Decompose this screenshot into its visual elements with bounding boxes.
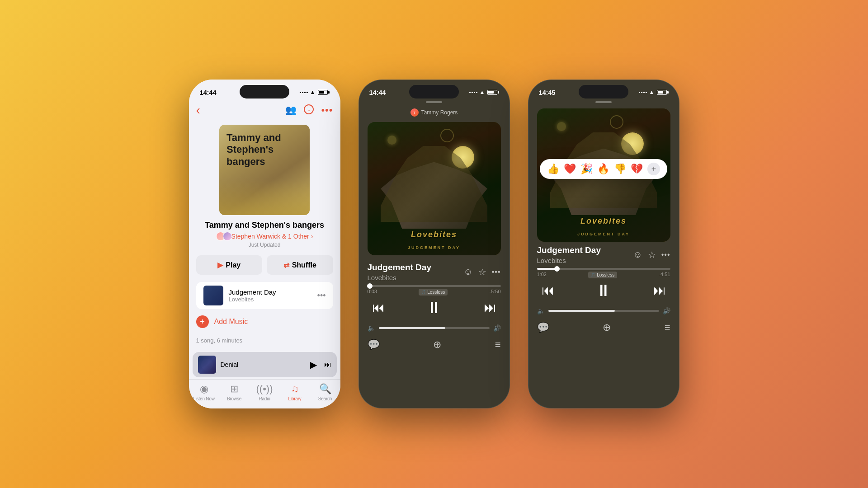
rewind-button-3[interactable]: ⏮ [542, 283, 554, 298]
dynamic-island-3 [579, 85, 628, 99]
now-playing-content-2: T Tammy Rogers Lovebites JUDGEMENT DAY [359, 101, 510, 408]
airplay-icon-2[interactable]: ⊕ [433, 339, 441, 351]
track-art-1 [203, 286, 223, 305]
mini-controls: ▶ ⏭ [310, 359, 331, 370]
volume-high-icon-3: 🔊 [663, 307, 670, 314]
smiley-icon-3[interactable]: ☺ [633, 249, 642, 260]
battery-3 [657, 90, 669, 95]
now-playing-title-2: Judgement Day [368, 263, 464, 273]
emoji-reaction-popup[interactable]: 👍 ❤️ 🎉 🔥 👎 💔 + [540, 159, 667, 179]
pause-button-3[interactable]: ⏸ [595, 281, 612, 300]
shuffle-icon: ⇄ [283, 261, 289, 269]
now-playing-title-3: Judgement Day [537, 245, 633, 256]
people-icon[interactable]: 👥 [285, 104, 297, 116]
playlist-name: Tammy and Stephen's bangers [189, 221, 340, 232]
more-icon-2[interactable]: ••• [492, 268, 501, 276]
airplay-icon-3[interactable]: ⊕ [603, 322, 611, 333]
progress-container-2: 0:03 🎵 Lossless -5:50 [368, 285, 501, 296]
playlist-author: Stephen Warwick & 1 Other › [189, 232, 340, 242]
lossless-icon-3: 🎵 [591, 273, 595, 277]
library-icon: ♫ [291, 383, 299, 395]
time-labels-3: 1:02 🎵 Lossless -4:51 [537, 272, 670, 278]
queue-icon-2[interactable]: ≡ [495, 339, 501, 351]
author-avatars [216, 232, 230, 241]
dynamic-island-2 [409, 85, 459, 99]
nav-browse[interactable]: ⊞ Browse [222, 383, 247, 401]
playback-controls-2: ⏮ ⏸ ⏭ [368, 298, 501, 317]
volume-bar-3[interactable] [548, 310, 659, 312]
play-button[interactable]: ▶ Play [196, 255, 263, 275]
shuffle-button[interactable]: ⇄ Shuffle [267, 255, 333, 275]
progress-bar-3[interactable] [537, 268, 670, 270]
judgement-text: JUDGEMENT DAY [408, 245, 460, 250]
song-count: 1 song, 6 minutes [189, 333, 340, 347]
now-playing-artist-3: Lovebites [537, 257, 633, 264]
lossless-icon-2: 🎵 [421, 290, 426, 294]
track-info-1: Judgement Day Lovebites [229, 288, 312, 303]
progress-bar-2[interactable] [368, 285, 501, 287]
forward-button-2[interactable]: ⏭ [484, 300, 496, 315]
shared-by: T Tammy Rogers [368, 108, 501, 117]
lyrics-icon-3[interactable]: 💬 [537, 322, 549, 333]
nav-search[interactable]: 🔍 Search [312, 383, 338, 401]
add-music-row[interactable]: + Add Music [189, 310, 340, 333]
track-row-1[interactable]: Judgement Day Lovebites ••• [196, 282, 333, 309]
wifi-icon-1: ▲ [310, 89, 316, 95]
time-current-3: 1:02 [537, 272, 547, 278]
star-icon-3[interactable]: ☆ [648, 249, 656, 260]
drag-handle-3 [595, 101, 612, 103]
album-art-3: Lovebites JUDGEMENT DAY 👍 ❤️ 🎉 🔥 👎 💔 + [537, 108, 670, 242]
battery-2 [487, 90, 499, 95]
emoji-add-button[interactable]: + [647, 163, 660, 175]
volume-fill-2 [379, 327, 445, 329]
emoji-party[interactable]: 🎉 [580, 163, 593, 175]
emoji-fire[interactable]: 🔥 [597, 163, 609, 175]
phone-1: 14:44 ▲ ‹ 👥 ↓ ••• [189, 80, 340, 408]
radio-label: Radio [259, 396, 270, 401]
author-name[interactable]: Stephen Warwick & 1 Other [231, 233, 309, 240]
emoji-thumbsup[interactable]: 👍 [547, 163, 559, 175]
lyrics-icon-2[interactable]: 💬 [368, 339, 380, 351]
signal-dots-1 [300, 92, 308, 93]
signal-dots-3 [639, 92, 647, 93]
track-action-icons-3: ☺ ☆ ••• [633, 249, 670, 260]
track-artist-1: Lovebites [229, 296, 312, 303]
track-name-1: Judgement Day [229, 288, 312, 296]
back-button[interactable]: ‹ [196, 103, 200, 117]
mini-player[interactable]: Denial ▶ ⏭ [193, 352, 337, 377]
nav-listen-now[interactable]: ◉ Listen Now [191, 383, 217, 401]
star-icon-2[interactable]: ☆ [478, 267, 486, 277]
more-icon-3[interactable]: ••• [661, 251, 670, 259]
volume-bar-2[interactable] [379, 327, 490, 329]
track-info-2: Judgement Day Lovebites ☺ ☆ ••• [368, 263, 501, 282]
pause-button-2[interactable]: ⏸ [426, 298, 442, 317]
nav-library[interactable]: ♫ Library [282, 383, 307, 401]
status-time-3: 14:45 [539, 89, 556, 96]
play-label: Play [226, 261, 241, 269]
queue-icon-3[interactable]: ≡ [665, 322, 670, 333]
emoji-thumbsdown[interactable]: 👎 [614, 163, 626, 175]
emoji-broken-heart[interactable]: 💔 [631, 163, 643, 175]
library-label: Library [288, 396, 301, 401]
lovebites-text-3: Lovebites [580, 216, 627, 226]
nav-radio[interactable]: ((•)) Radio [252, 383, 277, 401]
rewind-button-2[interactable]: ⏮ [372, 300, 385, 315]
smiley-icon-2[interactable]: ☺ [463, 267, 472, 277]
playlist-cover: Tammy and Stephen's bangers [219, 125, 310, 215]
more-options-icon[interactable]: ••• [321, 104, 333, 116]
emoji-heart[interactable]: ❤️ [564, 163, 576, 175]
forward-button-3[interactable]: ⏭ [653, 283, 666, 298]
track-text-3: Judgement Day Lovebites [537, 245, 633, 264]
track-info-3: Judgement Day Lovebites ☺ ☆ ••• [537, 245, 670, 264]
bottom-nav-1: ◉ Listen Now ⊞ Browse ((•)) Radio ♫ Libr… [189, 379, 340, 408]
header-actions: 👥 ↓ ••• [285, 104, 333, 116]
status-time-1: 14:44 [200, 89, 217, 96]
mini-skip-icon[interactable]: ⏭ [324, 361, 331, 369]
judgement-text-3: JUDGEMENT DAY [577, 232, 630, 236]
mini-play-icon[interactable]: ▶ [310, 359, 317, 370]
add-music-label: Add Music [214, 318, 248, 326]
track-more-icon-1[interactable]: ••• [317, 291, 326, 300]
listen-now-icon: ◉ [200, 383, 208, 395]
download-icon[interactable]: ↓ [304, 104, 314, 114]
progress-fill-3 [537, 268, 557, 270]
